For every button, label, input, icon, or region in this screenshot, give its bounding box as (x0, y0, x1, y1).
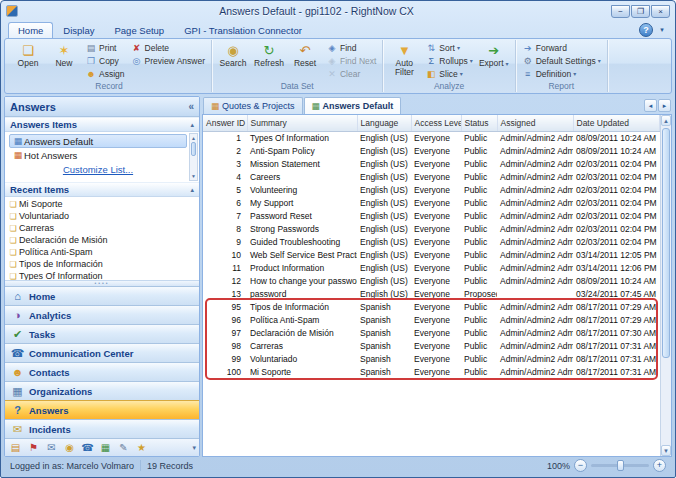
tab-quotes-projects[interactable]: ▦Quotes & Projects (203, 97, 303, 114)
nav-button-analytics[interactable]: ◑Analytics (5, 305, 199, 324)
ribbon-button-definition[interactable]: ≡Definition▾ (519, 67, 604, 80)
maximize-button[interactable]: ❐ (631, 5, 650, 18)
scroll-up-icon[interactable]: ▲ (661, 115, 671, 126)
ribbon-tab-home[interactable]: Home (8, 22, 53, 38)
answers-items-section-header[interactable]: Answers Items ▴ (5, 117, 199, 132)
tab-answers-default[interactable]: ▦Answers Default (304, 97, 402, 114)
nav-button-home[interactable]: ⌂Home (5, 286, 199, 305)
scrollbar-thumb[interactable] (191, 142, 196, 156)
zoom-slider[interactable] (591, 464, 649, 467)
ribbon-button-refresh[interactable]: ↻Refresh (251, 40, 287, 81)
table-row[interactable]: 2Anti-Spam PolicyEnglish (US)EveryonePub… (203, 144, 660, 157)
table-row[interactable]: 5VolunteeringEnglish (US)EveryonePublicA… (203, 183, 660, 196)
nav-button-incidents[interactable]: ✉Incidents (5, 419, 199, 438)
nav-button-contacts[interactable]: ☻Contacts (5, 362, 199, 381)
ribbon-button-delete[interactable]: ✘Delete (128, 41, 208, 54)
sidebar-item-hot-answers[interactable]: ▦Hot Answers (9, 148, 187, 162)
pencil-icon[interactable]: ✎ (116, 442, 131, 453)
collapse-sidebar-icon[interactable]: « (188, 101, 194, 112)
vertical-scrollbar[interactable]: ▲ ▼ (660, 115, 671, 456)
column-header-date-updated[interactable]: Date Updated (573, 115, 660, 131)
column-header-status[interactable]: Status (461, 115, 497, 131)
table-row[interactable]: 1Types Of InformationEnglish (US)Everyon… (203, 131, 660, 144)
ribbon-button-new[interactable]: ✶New (46, 40, 82, 81)
ribbon-button-preview-answer[interactable]: ◎Preview Answer (128, 54, 208, 67)
table-row[interactable]: 7Password ResetEnglish (US)EveryonePubli… (203, 209, 660, 222)
table-row[interactable]: 10Web Self Service Best PracticesEnglish… (203, 248, 660, 261)
column-header-language[interactable]: Language (357, 115, 411, 131)
column-header-summary[interactable]: Summary (247, 115, 357, 131)
scroll-up-icon[interactable]: ▲ (190, 134, 197, 142)
scrollbar-track[interactable] (661, 126, 671, 445)
column-header-assigned[interactable]: Assigned (497, 115, 573, 131)
ribbon-button-find[interactable]: ◈Find (323, 41, 379, 54)
recent-item-voluntariado[interactable]: ❏Voluntariado (7, 210, 197, 222)
minimize-button[interactable]: − (611, 5, 630, 18)
table-row[interactable]: 98CarrerasSpanishEveryonePublicAdmin/Adm… (203, 339, 660, 352)
ribbon-button-slice[interactable]: ◧Slice▾ (422, 67, 475, 80)
ribbon-button-find-next[interactable]: ◈Find Next (323, 54, 379, 67)
table-row[interactable]: 100Mi SoporteSpanishEveryonePublicAdmin/… (203, 365, 660, 378)
close-button[interactable]: × (651, 5, 670, 18)
ribbon-button-print[interactable]: ▤Print (82, 41, 128, 54)
table-row[interactable]: 97Declaración de MisiónSpanishEveryonePu… (203, 326, 660, 339)
table-row[interactable]: 11Product InformationEnglish (US)Everyon… (203, 261, 660, 274)
zoom-out-icon[interactable]: − (574, 459, 587, 472)
ribbon-button-copy[interactable]: ❐Copy (82, 54, 128, 67)
column-header-access-level[interactable]: Access Level (411, 115, 461, 131)
zoom-in-icon[interactable]: + (653, 459, 666, 472)
nav-button-communication-center[interactable]: ☎Communication Center (5, 343, 199, 362)
zoom-slider-thumb[interactable] (617, 460, 624, 471)
table-row[interactable]: 95Tipos de InformaciónSpanishEveryonePub… (203, 300, 660, 313)
phone-icon[interactable]: ☎ (80, 442, 95, 453)
scroll-down-icon[interactable]: ▼ (661, 445, 671, 456)
help-icon[interactable]: ? (639, 23, 653, 37)
ribbon-button-forward[interactable]: ➔Forward (519, 41, 604, 54)
scrollbar-thumb[interactable] (662, 128, 670, 358)
customize-list-link[interactable]: Customize List... (9, 164, 187, 175)
ribbon-tab-gpi-translation-connector[interactable]: GPI - Translation Connector (174, 22, 312, 38)
scrollbar-track[interactable] (190, 156, 197, 172)
ribbon-button-sort[interactable]: ⇅Sort▾ (422, 41, 475, 54)
scroll-down-icon[interactable]: ▼ (190, 172, 197, 180)
tab-scroll-left-icon[interactable]: ◂ (644, 99, 657, 112)
table-row[interactable]: 96Política Anti-SpamSpanishEveryonePubli… (203, 313, 660, 326)
table-row[interactable]: 99VoluntariadoSpanishEveryonePublicAdmin… (203, 352, 660, 365)
recent-items-section-header[interactable]: Recent Items ▴ (5, 182, 199, 197)
ribbon-button-search[interactable]: ◉Search (215, 40, 251, 81)
recent-item-pol-tica-anti-spam[interactable]: ❏Política Anti-Spam (7, 246, 197, 258)
column-header-answer-id[interactable]: Answer ID (203, 115, 247, 131)
ribbon-button-reset[interactable]: ↶Reset (287, 40, 323, 81)
nav-button-tasks[interactable]: ✔Tasks (5, 324, 199, 343)
sidebar-item-answers-default[interactable]: ▦Answers Default (9, 134, 187, 148)
ribbon-button-export[interactable]: ➔Export▾ (476, 40, 512, 81)
star-icon[interactable]: ★ (134, 442, 149, 453)
ribbon-button-open[interactable]: ❏Open (10, 40, 46, 81)
grid-icon[interactable]: ▦ (98, 442, 113, 453)
ribbon-tab-page-setup[interactable]: Page Setup (105, 22, 175, 38)
table-row[interactable]: 13passwordEnglish (US)EveryoneProposed03… (203, 287, 660, 300)
table-row[interactable]: 4CareersEnglish (US)EveryonePublicAdmin/… (203, 170, 660, 183)
recent-item-declaraci-n-de-misi-n[interactable]: ❏Declaración de Misión (7, 234, 197, 246)
tab-scroll-right-icon[interactable]: ▸ (658, 99, 671, 112)
recent-item-tipos-de-informaci-n[interactable]: ❏Tipos de Información (7, 258, 197, 270)
table-row[interactable]: 12How to change your passwordEnglish (US… (203, 274, 660, 287)
nav-button-organizations[interactable]: ▦Organizations (5, 381, 199, 400)
ribbon-tab-display[interactable]: Display (53, 22, 104, 38)
mail-icon[interactable]: ✉ (44, 442, 59, 453)
table-row[interactable]: 3Mission StatementEnglish (US)EveryonePu… (203, 157, 660, 170)
recent-item-types-of-information[interactable]: ❏Types Of Information (7, 270, 197, 280)
ribbon-button-clear[interactable]: ✕Clear (323, 67, 379, 80)
table-row[interactable]: 9Guided TroubleshootingEnglish (US)Every… (203, 235, 660, 248)
recent-item-mi-soporte[interactable]: ❏Mi Soporte (7, 198, 197, 210)
ribbon-button-auto-filter[interactable]: ▼Auto Filter (386, 40, 422, 81)
recent-item-carreras[interactable]: ❏Carreras (7, 222, 197, 234)
ribbon-button-default-settings[interactable]: ⚙Default Settings▾ (519, 54, 604, 67)
folder-icon[interactable]: ▤ (8, 442, 23, 453)
flag-icon[interactable]: ⚑ (26, 442, 41, 453)
chevron-up-icon[interactable]: ▴ (190, 121, 194, 129)
chevron-up-icon[interactable]: ▴ (190, 186, 194, 194)
ribbon-button-assign[interactable]: ☻Assign (82, 67, 128, 80)
chevron-down-icon[interactable]: ▾ (656, 24, 668, 36)
nav-button-answers[interactable]: ?Answers (5, 400, 199, 419)
